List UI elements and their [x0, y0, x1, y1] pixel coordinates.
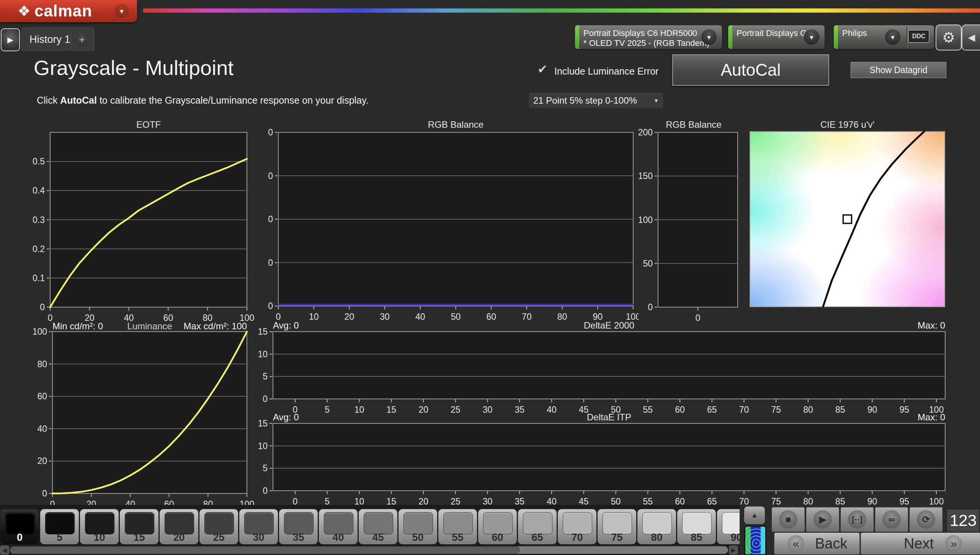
pattern-scrollbar-thumb[interactable] — [10, 546, 520, 554]
play-button[interactable]: ▶ — [806, 507, 839, 532]
svg-text:0: 0 — [42, 488, 47, 498]
pattern-level-70-button[interactable]: 70 — [558, 509, 596, 544]
meter-name: Portrait Displays C6 HDR5000 — [583, 28, 697, 38]
svg-text:0: 0 — [648, 302, 653, 312]
svg-text:60: 60 — [37, 391, 47, 401]
pattern-level-55-button[interactable]: 55 — [438, 509, 477, 544]
pattern-level-label: 0 — [0, 532, 39, 544]
pattern-level-50-button[interactable]: 50 — [399, 509, 437, 544]
ddc-button[interactable]: DDC — [908, 30, 929, 44]
pattern-level-label: 80 — [637, 532, 676, 544]
white-point-marker — [843, 215, 852, 223]
cie-1976-chart: CIE 1976 u'v' — [743, 119, 965, 322]
pattern-level-80-button[interactable]: 80 — [637, 509, 676, 544]
deltae2000-chart: Avg: 0 DeltaE 2000 Max: 0 05101505101520… — [268, 319, 953, 410]
rainbow-strip — [143, 8, 980, 13]
pattern-level-85-button[interactable]: 85 — [677, 509, 716, 544]
play-right-icon: ▶ — [7, 35, 13, 44]
pattern-level-5-button[interactable]: 5 — [40, 509, 79, 544]
back-label: Back — [815, 535, 847, 552]
tab-scroll-button[interactable]: ▶ — [1, 28, 20, 51]
measurement-counter: 123 — [946, 509, 980, 532]
calman-diamond-icon: ❖ — [18, 3, 31, 20]
pattern-level-25-button[interactable]: 25 — [199, 509, 238, 544]
gray-swatch — [244, 512, 274, 534]
svg-text:0.4: 0.4 — [33, 186, 45, 195]
next-button[interactable]: Next » — [861, 532, 980, 555]
display-connected-indicator — [834, 25, 838, 49]
gray-swatch — [125, 512, 154, 534]
svg-text:200: 200 — [268, 127, 273, 137]
autocal-button[interactable]: AutoCal — [672, 54, 829, 86]
gray-swatch — [603, 512, 632, 534]
scroll-right-button[interactable]: ▶ — [729, 545, 738, 555]
rgb_side-plot: 0501001502000 — [644, 119, 743, 322]
source-connected-indicator — [728, 25, 732, 49]
pattern-level-label: 50 — [399, 532, 437, 544]
collapse-panel-button[interactable]: ◀ — [962, 24, 980, 50]
source-select[interactable]: Portrait Displays G1 ▼ — [728, 25, 825, 49]
scroll-left-button[interactable]: ◀ — [0, 545, 9, 555]
arrow-up-icon: ▲ — [751, 511, 758, 519]
show-datagrid-button[interactable]: Show Datagrid — [851, 62, 946, 78]
svg-text:0: 0 — [268, 301, 273, 311]
meter-connected-indicator — [575, 25, 579, 49]
pattern-level-label: 5 — [40, 532, 79, 544]
meter-mode: * OLED TV 2025 - (RGB Tandem) — [583, 38, 709, 48]
pattern-level-0-button[interactable]: 0 — [0, 509, 39, 544]
display-select[interactable]: Philips ▼ DDC — [834, 25, 934, 49]
tab-divider — [71, 29, 71, 49]
pattern-level-10-button[interactable]: 10 — [80, 509, 119, 544]
add-tab-button[interactable]: + — [75, 33, 89, 47]
page-title: Grayscale - Multipoint — [34, 56, 234, 80]
range-measure-button[interactable]: [··] — [841, 507, 874, 532]
meter-select[interactable]: Portrait Displays C6 HDR5000 * OLED TV 2… — [575, 25, 722, 49]
pattern-window-icon[interactable] — [744, 526, 766, 555]
gray-swatch — [642, 512, 672, 534]
svg-text:0.3: 0.3 — [33, 215, 45, 225]
instruction-suffix: to calibrate the Grayscale/Luminance res… — [97, 95, 369, 106]
display-name: Philips — [842, 28, 867, 38]
chevron-down-icon[interactable]: ▼ — [885, 29, 900, 45]
svg-text:200: 200 — [638, 127, 653, 137]
chevron-down-icon[interactable]: ▼ — [804, 29, 819, 45]
pattern-level-75-button[interactable]: 75 — [598, 509, 636, 544]
continuous-measure-button[interactable]: ∞ — [875, 507, 908, 532]
pattern-level-35-button[interactable]: 35 — [279, 509, 318, 544]
pattern-level-65-button[interactable]: 65 — [518, 509, 557, 544]
pattern-level-label: 60 — [478, 532, 517, 544]
tab-history-1[interactable]: History 1 + — [21, 28, 94, 51]
pattern-level-60-button[interactable]: 60 — [478, 509, 517, 544]
point-count-dropdown[interactable]: 21 Point 5% step 0-100% ▼ — [528, 93, 664, 109]
logo-dropdown-icon[interactable]: ▼ — [115, 4, 129, 18]
play-icon: ▶ — [813, 510, 832, 529]
back-button[interactable]: « Back — [774, 532, 860, 555]
refresh-button[interactable]: ⟳ — [910, 507, 942, 532]
calman-window: ❖ calman ▼ ▶ History 1 + Portrait Displa… — [0, 0, 980, 555]
luminance-plot: 020406080100020406080100 — [23, 319, 256, 513]
deitp-plot: 0510150510152025303540455055606570758085… — [268, 410, 953, 502]
pattern-level-label: 25 — [199, 532, 238, 544]
stop-button[interactable]: ■ — [772, 507, 805, 532]
gray-swatch — [324, 512, 353, 534]
gray-swatch — [403, 512, 433, 534]
settings-button[interactable]: ⚙ — [936, 24, 962, 50]
gray-swatch — [523, 512, 552, 534]
pattern-level-40-button[interactable]: 40 — [319, 509, 358, 544]
pattern-panel-expand-button[interactable]: ▲ — [744, 506, 765, 524]
rgb-balance-side-chart: RGB Balance 0501001502000 — [644, 119, 743, 322]
chevron-down-icon[interactable]: ▼ — [701, 29, 717, 45]
pattern-level-label: 70 — [558, 532, 596, 544]
eotf-plot: 00.10.20.30.40.5020406080100 — [23, 119, 256, 322]
pattern-level-45-button[interactable]: 45 — [359, 509, 397, 544]
pattern-level-20-button[interactable]: 20 — [160, 509, 198, 544]
include-luminance-checkbox[interactable]: ✔ — [537, 62, 548, 76]
instruction-prefix: Click — [37, 95, 60, 106]
gray-swatch — [364, 512, 393, 534]
svg-text:50: 50 — [268, 258, 273, 268]
calman-logo-menu[interactable]: ❖ calman ▼ — [0, 0, 137, 22]
gray-swatch — [443, 512, 473, 534]
cie-plot — [743, 119, 965, 322]
pattern-level-30-button[interactable]: 30 — [239, 509, 278, 544]
pattern-level-15-button[interactable]: 15 — [120, 509, 158, 544]
